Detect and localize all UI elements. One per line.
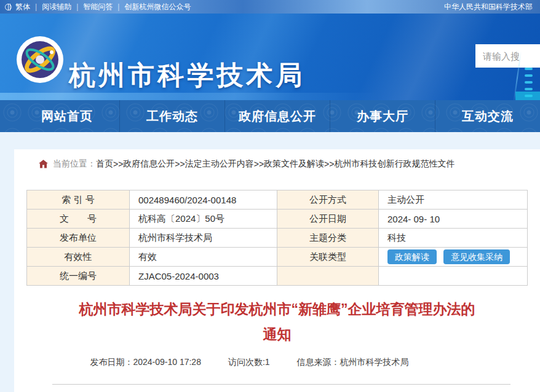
info-source: 信息来源：杭州市科学技术局 <box>297 357 409 368</box>
doc-field-label-unified-number: 统一编号 <box>27 267 130 286</box>
nav-item-home[interactable]: 网站首页 <box>15 100 120 132</box>
visit-count: 访问次数:1 <box>228 357 270 368</box>
search-input[interactable] <box>475 44 540 68</box>
breadcrumb-item-statutory-disclosure[interactable]: 法定主动公开内容 <box>185 159 254 170</box>
home-icon <box>39 160 48 168</box>
nav-item-interaction[interactable]: 互动交流 <box>435 100 540 132</box>
doc-field-label-topic-category: 主题分类 <box>277 229 379 248</box>
doc-field-value-doc-number: 杭科高〔2024〕50号 <box>130 210 277 229</box>
topbar-link-most[interactable]: 中华人民共和国科学技术部 <box>444 2 533 12</box>
bureau-logo[interactable] <box>16 36 64 84</box>
nav-item-gov-info[interactable]: 政府信息公开 <box>225 100 330 132</box>
doc-field-value-topic-category: 科技 <box>379 229 528 248</box>
table-row: 索 引 号 002489460/2024-00148 公开方式 主动公开 <box>27 190 528 210</box>
doc-field-value-validity: 有效 <box>130 248 277 267</box>
breadcrumb-separator: >> <box>175 159 185 169</box>
article-meta: 发布日期：2024-09-10 17:28 访问次数:1 信息来源：杭州市科学技… <box>0 357 512 368</box>
breadcrumb: 当前位置： 首页 >> 政府信息公开 >> 法定主动公开内容 >> 政策文件及解… <box>39 159 455 170</box>
nav-item-work-news[interactable]: 工作动态 <box>120 100 225 132</box>
breadcrumb-item-policy-docs[interactable]: 政策文件及解读 <box>264 159 324 170</box>
doc-field-value-publisher: 杭州市科学技术局 <box>130 229 277 248</box>
breadcrumb-item-home[interactable]: 首页 <box>96 159 113 170</box>
nav-item-service-hall[interactable]: 办事大厅 <box>330 100 435 132</box>
site-title[interactable]: 杭州市科学技术局 <box>69 58 305 93</box>
article-title-line1: 杭州市科学技术局关于印发杭州市“新雏鹰”企业培育管理办法的 <box>14 297 540 322</box>
topbar-link-traditional[interactable]: 繁体 <box>15 2 30 12</box>
doc-field-label-disclosure-method: 公开方式 <box>277 190 379 210</box>
doc-field-value-publish-date: 2024- 09- 10 <box>379 210 528 229</box>
doc-field-value-disclosure-method: 主动公开 <box>379 190 528 210</box>
article-title-line2: 通知 <box>14 322 540 347</box>
topbar-separator: | <box>117 2 119 11</box>
breadcrumb-separator: >> <box>254 159 264 169</box>
table-row: 统一编号 ZJAC05-2024-0003 <box>27 267 528 286</box>
breadcrumb-item-gov-info[interactable]: 政府信息公开 <box>123 159 175 170</box>
doc-field-label-related-type: 关联类型 <box>277 248 379 267</box>
topbar-separator: | <box>35 2 37 11</box>
doc-field-label-doc-number: 文 号 <box>27 210 130 229</box>
doc-field-label-publish-date: 公开日期 <box>277 210 379 229</box>
doc-field-label-empty <box>277 267 379 286</box>
breadcrumb-item-current: 杭州市科技创新行政规范性文件 <box>334 159 455 170</box>
doc-field-label-index: 索 引 号 <box>27 190 130 210</box>
doc-field-label-publisher: 发布单位 <box>27 229 130 248</box>
publish-date: 发布日期：2024-09-10 17:28 <box>90 357 201 368</box>
topbar-link-reading-aid[interactable]: 阅读辅助 <box>42 2 71 12</box>
doc-field-value-unified-number: ZJAC05-2024-0003 <box>130 267 277 286</box>
globe-icon <box>5 4 12 10</box>
doc-field-value-related-type: 政策解读 意见收集采纳 <box>379 248 528 267</box>
header-cyan-decoration <box>515 92 540 100</box>
table-row: 有效性 有效 关联类型 政策解读 意见收集采纳 <box>27 248 528 267</box>
document-info-table: 索 引 号 002489460/2024-00148 公开方式 主动公开 文 号… <box>26 190 528 286</box>
table-row: 文 号 杭科高〔2024〕50号 公开日期 2024- 09- 10 <box>27 210 528 229</box>
topbar-link-wechat[interactable]: 创新杭州微信公众号 <box>124 2 191 12</box>
main-nav: 网站首页 工作动态 政府信息公开 办事大厅 互动交流 <box>0 100 540 132</box>
topbar-separator: | <box>76 2 78 11</box>
breadcrumb-location-label: 当前位置： <box>53 159 96 170</box>
breadcrumb-separator: >> <box>324 159 334 169</box>
content-panel: 当前位置： 首页 >> 政府信息公开 >> 法定主动公开内容 >> 政策文件及解… <box>14 149 540 392</box>
topbar: 繁体 | 阅读辅助 | 智能问答 | 创新杭州微信公众号 中华人民共和国科学技术… <box>0 0 540 14</box>
doc-field-value-index: 002489460/2024-00148 <box>130 190 277 210</box>
site-header: 杭州市科学技术局 <box>0 14 540 100</box>
breadcrumb-separator: >> <box>113 159 123 169</box>
feedback-adoption-button[interactable]: 意见收集采纳 <box>443 249 510 265</box>
topbar-link-smart-qa[interactable]: 智能问答 <box>83 2 113 12</box>
content-divider <box>52 384 510 385</box>
table-row: 发布单位 杭州市科学技术局 主题分类 科技 <box>27 229 528 248</box>
policy-interpretation-button[interactable]: 政策解读 <box>387 249 437 265</box>
article-title: 杭州市科学技术局关于印发杭州市“新雏鹰”企业培育管理办法的 通知 <box>14 297 540 347</box>
doc-field-value-empty <box>379 267 528 286</box>
doc-field-label-validity: 有效性 <box>27 248 130 267</box>
